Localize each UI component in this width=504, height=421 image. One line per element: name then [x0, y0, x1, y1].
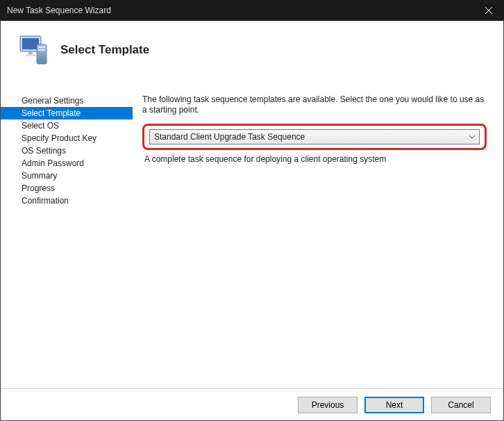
- chevron-down-icon: [469, 133, 476, 142]
- sidebar-item-summary[interactable]: Summary: [1, 170, 133, 182]
- sidebar-item-label: Confirmation: [22, 196, 69, 206]
- sidebar-item-select-template[interactable]: Select Template: [1, 107, 133, 119]
- wizard-header: Select Template: [1, 21, 503, 83]
- svg-rect-8: [38, 49, 45, 51]
- template-dropdown-value: Standard Client Upgrade Task Sequence: [154, 132, 305, 142]
- svg-rect-7: [38, 47, 45, 48]
- sidebar-item-label: Specify Product Key: [22, 133, 96, 143]
- wizard-content: General Settings Select Template Select …: [1, 90, 503, 388]
- title-bar: New Task Sequence Wizard: [0, 0, 504, 21]
- wizard-icon: [16, 33, 49, 67]
- close-icon: [485, 7, 492, 14]
- svg-rect-4: [28, 51, 33, 54]
- sidebar-item-label: General Settings: [22, 96, 83, 106]
- svg-rect-5: [26, 54, 35, 56]
- sidebar-item-os-settings[interactable]: OS Settings: [1, 145, 133, 157]
- cancel-button-label: Cancel: [448, 400, 473, 410]
- instruction-text: The following task sequence templates ar…: [142, 94, 487, 115]
- template-dropdown[interactable]: Standard Client Upgrade Task Sequence: [149, 129, 480, 145]
- sidebar-item-admin-password[interactable]: Admin Password: [1, 157, 133, 170]
- sidebar-item-confirmation[interactable]: Confirmation: [1, 195, 133, 207]
- template-description: A complete task sequence for deploying a…: [142, 154, 487, 165]
- next-button[interactable]: Next: [364, 397, 424, 413]
- next-button-label: Next: [386, 400, 403, 410]
- sidebar-item-label: Summary: [22, 171, 57, 181]
- sidebar-item-label: Admin Password: [22, 158, 84, 168]
- sidebar-item-label: Select OS: [22, 121, 59, 131]
- sidebar-item-label: Select Template: [22, 108, 81, 118]
- sidebar-item-label: Progress: [22, 183, 55, 193]
- sidebar-item-general-settings[interactable]: General Settings: [1, 94, 133, 107]
- previous-button-label: Previous: [312, 400, 344, 410]
- cancel-button[interactable]: Cancel: [431, 397, 491, 413]
- template-highlight-box: Standard Client Upgrade Task Sequence: [142, 124, 487, 150]
- svg-rect-3: [22, 38, 39, 49]
- button-row: Previous Next Cancel: [1, 388, 503, 420]
- sidebar-item-specify-product-key[interactable]: Specify Product Key: [1, 132, 133, 145]
- previous-button[interactable]: Previous: [298, 397, 358, 413]
- sidebar-item-select-os[interactable]: Select OS: [1, 119, 133, 132]
- window-body: Select Template General Settings Select …: [0, 21, 504, 421]
- sidebar-item-label: OS Settings: [22, 146, 66, 156]
- svg-point-9: [40, 58, 43, 61]
- page-title: Select Template: [60, 43, 149, 57]
- close-button[interactable]: [473, 0, 504, 21]
- window-title: New Task Sequence Wizard: [0, 6, 111, 15]
- right-pane: The following task sequence templates ar…: [133, 90, 503, 388]
- sidebar: General Settings Select Template Select …: [1, 90, 133, 388]
- sidebar-item-progress[interactable]: Progress: [1, 182, 133, 195]
